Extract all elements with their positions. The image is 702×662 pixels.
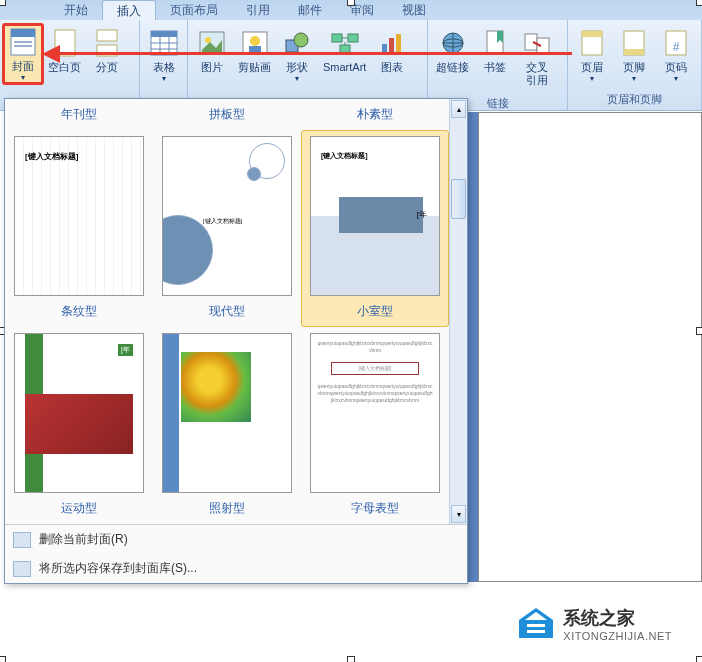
gallery-item-puzzle[interactable]: 拼板型 (153, 99, 301, 130)
remove-icon (13, 532, 31, 548)
tab-mail[interactable]: 邮件 (284, 0, 336, 20)
gallery-footer: 删除当前封面(R) 将所选内容保存到封面库(S)... (5, 524, 467, 583)
gallery-item-alphabet[interactable]: qwertyuiopasdfghjklzxcvbnmqwertyuiopasdf… (301, 327, 449, 524)
svg-point-19 (294, 33, 308, 47)
svg-point-14 (205, 37, 211, 43)
group-label-headerfooter: 页眉和页脚 (568, 90, 701, 110)
gallery-item-cubicles[interactable]: [键入文档标题] [年 小室型 (301, 130, 449, 327)
thumbnail: qwertyuiopasdfghjklzxcvbnmqwertyuiopasdf… (310, 333, 440, 493)
gallery-item-modern[interactable]: [键入文档标题] 现代型 (153, 130, 301, 327)
resize-handle[interactable] (696, 656, 702, 662)
thumbnail (162, 333, 292, 493)
tab-review[interactable]: 审阅 (336, 0, 388, 20)
resize-handle[interactable] (0, 656, 6, 662)
thumbnail: [键入文档标题] (14, 136, 144, 296)
tab-insert[interactable]: 插入 (102, 0, 156, 20)
shapes-button[interactable]: 形状▾ (276, 24, 318, 86)
pagenum-icon: # (660, 27, 692, 59)
remove-cover-option[interactable]: 删除当前封面(R) (5, 525, 467, 554)
svg-rect-1 (11, 29, 35, 37)
save-to-gallery-option[interactable]: 将所选内容保存到封面库(S)... (5, 554, 467, 583)
watermark: 系统之家 XITONGZHIJIA.NET (515, 606, 672, 642)
footer-button[interactable]: 页脚▾ (613, 24, 655, 86)
table-button[interactable]: 表格 ▾ (143, 24, 185, 86)
gallery-item-plain[interactable]: 朴素型 (301, 99, 449, 130)
cover-page-button[interactable]: 封面 ▾ (2, 23, 44, 85)
cover-page-gallery: 年刊型 拼板型 朴素型 [键入文档标题] 条纹型 [键入文档标题] 现代型 (4, 98, 468, 584)
footer-icon (618, 27, 650, 59)
thumbnail: [年 (14, 333, 144, 493)
svg-rect-3 (14, 45, 32, 47)
svg-rect-5 (97, 30, 117, 41)
scroll-up-icon[interactable]: ▴ (451, 100, 466, 118)
svg-rect-2 (14, 41, 32, 43)
dropdown-icon: ▾ (162, 74, 166, 83)
scroll-thumb[interactable] (451, 179, 466, 219)
resize-handle[interactable] (347, 656, 355, 662)
svg-rect-35 (624, 49, 644, 55)
picture-button[interactable]: 图片 (191, 24, 233, 77)
svg-point-16 (250, 36, 260, 46)
dropdown-icon: ▾ (590, 74, 594, 83)
svg-text:#: # (673, 40, 680, 54)
thumbnail: [键入文档标题] (162, 136, 292, 296)
resize-handle[interactable] (0, 0, 6, 6)
svg-rect-25 (396, 34, 401, 54)
scroll-down-icon[interactable]: ▾ (451, 505, 466, 523)
gallery-item-annual[interactable]: 年刊型 (5, 99, 153, 130)
svg-rect-39 (527, 624, 545, 627)
gallery-item-stripes[interactable]: [键入文档标题] 条纹型 (5, 130, 153, 327)
clipart-button[interactable]: 剪贴画 (233, 24, 276, 77)
ribbon: 开始 插入 页面布局 引用 邮件 审阅 视图 封面 ▾ 空白页 分页 (0, 0, 702, 111)
hyperlink-button[interactable]: 超链接 (431, 24, 474, 77)
dropdown-icon: ▾ (674, 74, 678, 83)
document-area (468, 112, 702, 582)
resize-handle[interactable] (347, 0, 355, 6)
tab-reference[interactable]: 引用 (232, 0, 284, 20)
resize-handle[interactable] (696, 327, 702, 335)
watermark-title: 系统之家 (563, 606, 672, 630)
svg-rect-8 (151, 31, 177, 37)
gallery-item-exposure[interactable]: 照射型 (153, 327, 301, 524)
svg-rect-40 (527, 630, 545, 633)
svg-rect-21 (348, 34, 358, 42)
save-icon (13, 561, 31, 577)
svg-rect-20 (332, 34, 342, 42)
annotation-arrow (52, 52, 572, 55)
bookmark-button[interactable]: 书签 (474, 24, 516, 77)
resize-handle[interactable] (696, 0, 702, 6)
svg-rect-33 (582, 31, 602, 37)
header-icon (576, 27, 608, 59)
tab-view[interactable]: 视图 (388, 0, 440, 20)
gallery-scrollbar[interactable]: ▴ ▾ (449, 99, 467, 524)
gallery-item-motion[interactable]: [年 运动型 (5, 327, 153, 524)
crossref-button[interactable]: 交叉 引用 (516, 24, 558, 90)
dropdown-icon: ▾ (295, 74, 299, 83)
watermark-logo-icon (515, 606, 557, 642)
tab-start[interactable]: 开始 (50, 0, 102, 20)
thumbnail: [键入文档标题] [年 (310, 136, 440, 296)
tab-layout[interactable]: 页面布局 (156, 0, 232, 20)
annotation-arrow-head (42, 45, 60, 63)
page-break-button[interactable]: 分页 (86, 24, 128, 77)
dropdown-icon: ▾ (21, 73, 25, 82)
dropdown-icon: ▾ (632, 74, 636, 83)
chart-button[interactable]: 图表 (371, 24, 413, 77)
smartart-button[interactable]: SmartArt (318, 24, 371, 77)
cover-page-icon (7, 26, 39, 58)
header-button[interactable]: 页眉▾ (571, 24, 613, 86)
ribbon-groups: 封面 ▾ 空白页 分页 表格 ▾ (0, 20, 702, 110)
watermark-subtitle: XITONGZHIJIA.NET (563, 630, 672, 642)
pagenum-button[interactable]: #页码▾ (655, 24, 697, 86)
